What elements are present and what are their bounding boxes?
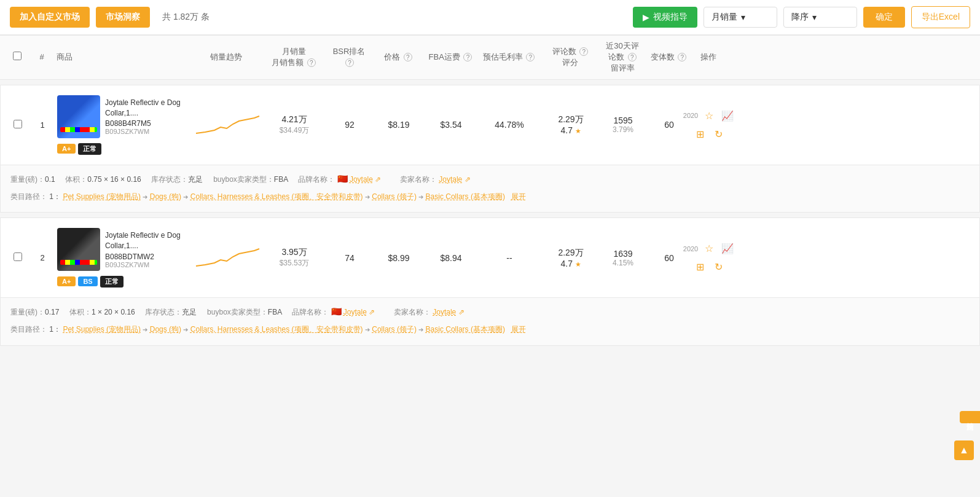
star-favorite-icon[interactable]: ☆ bbox=[702, 108, 716, 123]
product-name[interactable]: Joytale Reflectiv e Dog Collar,1.... bbox=[105, 98, 187, 119]
star-favorite-icon[interactable]: ☆ bbox=[702, 241, 716, 256]
category-link[interactable]: Basic Collars (基本项圈) bbox=[426, 192, 505, 201]
recent-reviews-value: 1639 bbox=[604, 249, 642, 259]
action-icons: 2020 ☆ 📈 ⊞ ↻ bbox=[694, 239, 724, 277]
brand-value[interactable]: Joytale bbox=[343, 308, 367, 316]
category-link[interactable]: Collars, Harnesses & Leashes (项圈、安全带和皮带) bbox=[190, 192, 363, 201]
category-link[interactable]: Basic Collars (基本项圈) bbox=[426, 325, 505, 334]
profit-help-icon[interactable]: ? bbox=[526, 53, 535, 61]
asin-sub: B09JSZK7WM bbox=[105, 261, 187, 268]
fba-cell: $8.94 bbox=[423, 251, 479, 265]
product-image[interactable] bbox=[57, 95, 100, 138]
action-row-bottom: ⊞ ↻ bbox=[692, 127, 726, 141]
select-all-checkbox[interactable] bbox=[13, 52, 22, 60]
grid-icon[interactable]: ⊞ bbox=[692, 127, 707, 141]
category-link[interactable]: Dogs (狗) bbox=[150, 325, 181, 334]
weight-value: 0.17 bbox=[45, 308, 59, 316]
variants-help-icon[interactable]: ? bbox=[678, 53, 686, 61]
seller-value[interactable]: Joytale bbox=[439, 175, 462, 184]
recent-reviews-help-icon[interactable]: ? bbox=[628, 53, 637, 61]
export-excel-button[interactable]: 导出Excel bbox=[911, 6, 970, 28]
confirm-button[interactable]: 确定 bbox=[863, 7, 905, 28]
listing-year: 2020 bbox=[683, 108, 698, 123]
listing-year: 2020 bbox=[683, 241, 698, 256]
trend-chart-cell bbox=[190, 106, 264, 144]
seller-value[interactable]: Joytale bbox=[433, 308, 456, 316]
row-checkbox[interactable] bbox=[14, 120, 22, 128]
rating-wrap: 4.7 ★ bbox=[543, 125, 599, 135]
profit-cell: -- bbox=[479, 251, 540, 265]
category-link[interactable]: Collars (领子) bbox=[372, 192, 417, 201]
profit-cell: 44.78% bbox=[479, 117, 540, 132]
category-row: 类目路径： 1： Pet Supplies (宠物用品) ➔ Dogs (狗) … bbox=[10, 190, 970, 204]
reviews-cell: 2.29万 4.7 ★ bbox=[540, 245, 602, 271]
header-recent-reviews: 近30天评论数 ?留评率 bbox=[601, 36, 644, 79]
buybox-value: FBA bbox=[274, 175, 288, 184]
row-checkbox[interactable] bbox=[14, 252, 22, 261]
video-guide-button[interactable]: ▶ 视频指导 bbox=[633, 7, 697, 28]
refresh-icon[interactable]: ↻ bbox=[711, 127, 726, 141]
stock-label: 库存状态： bbox=[145, 308, 182, 316]
monthly-revenue-value: $35.53万 bbox=[266, 258, 323, 268]
refresh-icon[interactable]: ↻ bbox=[711, 260, 726, 275]
sort-field-select[interactable]: 月销量 ▾ bbox=[704, 7, 777, 28]
brand-share-icon[interactable]: ⇗ bbox=[369, 306, 383, 321]
product-detail: 重量(磅)：0.17 体积：1 × 20 × 0.16 库存状态：充足 buyb… bbox=[1, 297, 979, 345]
category-link[interactable]: Dogs (狗) bbox=[150, 192, 181, 201]
category-index: 1： bbox=[49, 325, 61, 334]
product-name[interactable]: Joytale Reflectiv e Dog Collar,1.... bbox=[105, 230, 187, 251]
header-price: 价格 ? bbox=[374, 47, 423, 68]
seller-share-icon[interactable]: ⇗ bbox=[458, 306, 473, 321]
category-label: 类目路径： bbox=[10, 325, 47, 334]
asin-main[interactable]: B088BDTMW2 bbox=[105, 252, 187, 261]
trend-chart-cell bbox=[190, 239, 264, 276]
review-rate-value: 3.79% bbox=[604, 125, 642, 134]
sort-order-select[interactable]: 降序 ▾ bbox=[783, 7, 857, 28]
fba-cell: $3.54 bbox=[423, 117, 479, 132]
brand-value[interactable]: Joytale bbox=[350, 175, 373, 184]
product-detail: 重量(磅)：0.1 体积：0.75 × 16 × 0.16 库存状态：充足 bu… bbox=[1, 165, 979, 213]
product-image[interactable] bbox=[57, 228, 100, 271]
china-flag-icon: 🇨🇳 bbox=[337, 174, 348, 184]
reviews-value: 2.29万 bbox=[543, 248, 599, 259]
price-help-icon[interactable]: ? bbox=[404, 53, 412, 61]
chart-icon[interactable]: 📈 bbox=[720, 108, 735, 123]
volume-value: 0.75 × 16 × 0.16 bbox=[87, 175, 141, 184]
stock-label: 库存状态： bbox=[151, 175, 188, 184]
join-market-button[interactable]: 加入自定义市场 bbox=[10, 7, 90, 28]
brand-share-icon[interactable]: ⇗ bbox=[375, 173, 390, 188]
monthly-sales-help-icon[interactable]: ? bbox=[307, 58, 316, 67]
reviews-help-icon[interactable]: ? bbox=[579, 47, 588, 56]
star-icon: ★ bbox=[575, 127, 581, 135]
rating-value: 4.7 bbox=[560, 259, 572, 268]
badge-aplus: A+ bbox=[57, 276, 76, 286]
product-img-wrap: Joytale Reflectiv e Dog Collar,1.... B08… bbox=[57, 95, 187, 138]
header-trend: 销量趋势 bbox=[189, 47, 263, 68]
fba-value: $8.94 bbox=[426, 253, 476, 263]
bsr-help-icon[interactable]: ? bbox=[345, 58, 354, 67]
header-variants: 变体数 ? bbox=[644, 47, 693, 68]
grid-icon[interactable]: ⊞ bbox=[692, 260, 707, 275]
expand-link[interactable]: 展开 bbox=[511, 192, 526, 201]
reviews-cell: 2.29万 4.7 ★ bbox=[540, 112, 602, 138]
badge-normal: 正常 bbox=[78, 143, 101, 155]
chart-icon[interactable]: 📈 bbox=[720, 241, 735, 256]
product-main-row: 2 Joytale Reflectiv e Dog Collar,1.... B… bbox=[1, 218, 979, 297]
market-insight-button[interactable]: 市场洞察 bbox=[96, 7, 150, 28]
product-list: 1 Joytale Reflectiv e Dog Collar,1.... B… bbox=[0, 85, 980, 346]
bsr-value: 92 bbox=[327, 120, 372, 130]
price-cell: $8.19 bbox=[374, 117, 423, 132]
asin-main[interactable]: B088B4R7M5 bbox=[105, 119, 187, 128]
seller-label: 卖家名称： bbox=[394, 308, 431, 316]
category-link[interactable]: Pet Supplies (宠物用品) bbox=[63, 325, 141, 334]
category-link[interactable]: Collars, Harnesses & Leashes (项圈、安全带和皮带) bbox=[190, 325, 363, 334]
asin-sub: B09JSZK7WM bbox=[105, 128, 187, 135]
product-img-wrap: Joytale Reflectiv e Dog Collar,1.... B08… bbox=[57, 228, 187, 271]
weight-label: 重量(磅)： bbox=[10, 175, 45, 184]
fba-help-icon[interactable]: ? bbox=[463, 53, 472, 61]
expand-link[interactable]: 展开 bbox=[511, 325, 526, 334]
category-link[interactable]: Collars (领子) bbox=[372, 325, 417, 334]
category-link[interactable]: Pet Supplies (宠物用品) bbox=[63, 192, 141, 201]
seller-share-icon[interactable]: ⇗ bbox=[465, 173, 479, 188]
header-actions: 操作 bbox=[693, 47, 724, 68]
